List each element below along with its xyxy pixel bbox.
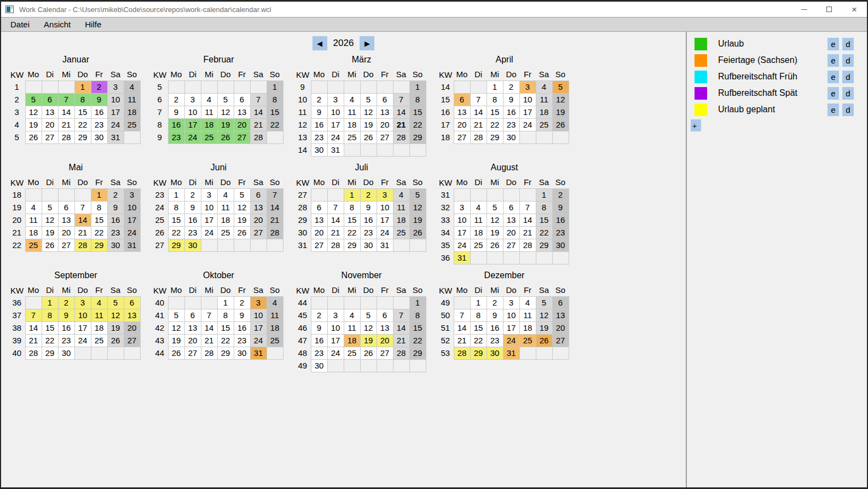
day-cell[interactable]: 30 (487, 347, 503, 359)
day-cell[interactable]: 15 (217, 321, 234, 334)
day-cell[interactable]: 4 (201, 93, 217, 106)
day-cell[interactable]: 25 (91, 334, 107, 347)
day-cell[interactable]: 30 (91, 131, 107, 143)
day-cell[interactable]: 2 (91, 80, 107, 93)
day-cell[interactable]: 23 (91, 118, 107, 131)
day-cell[interactable]: 10 (454, 214, 470, 226)
day-cell[interactable]: 3 (503, 296, 519, 309)
day-cell[interactable]: 28 (327, 239, 344, 251)
day-cell[interactable]: 21 (267, 214, 283, 226)
day-cell[interactable]: 2 (311, 93, 327, 106)
day-cell[interactable]: 7 (393, 93, 409, 106)
day-cell[interactable]: 1 (470, 296, 487, 309)
day-cell[interactable]: 21 (327, 226, 344, 239)
day-cell[interactable]: 12 (360, 321, 377, 334)
day-cell[interactable]: 5 (25, 93, 42, 106)
day-cell[interactable]: 30 (311, 359, 327, 372)
day-cell[interactable]: 20 (552, 321, 569, 334)
day-cell[interactable]: 27 (377, 347, 393, 359)
day-cell[interactable]: 3 (327, 309, 344, 321)
day-cell[interactable]: 10 (519, 93, 536, 106)
day-cell[interactable]: 14 (327, 214, 344, 226)
day-cell[interactable]: 11 (470, 214, 487, 226)
day-cell[interactable]: 24 (107, 118, 124, 131)
day-cell[interactable]: 29 (74, 131, 91, 143)
day-cell[interactable]: 18 (25, 226, 42, 239)
day-cell[interactable]: 20 (311, 226, 327, 239)
day-cell[interactable]: 3 (519, 80, 536, 93)
delete-category-button[interactable]: d (842, 54, 854, 67)
day-cell[interactable]: 11 (344, 106, 360, 118)
day-cell[interactable]: 9 (184, 201, 201, 214)
day-cell[interactable]: 11 (91, 309, 107, 321)
day-cell[interactable]: 9 (107, 201, 124, 214)
day-cell[interactable]: 19 (217, 118, 234, 131)
day-cell[interactable]: 28 (250, 131, 267, 143)
day-cell[interactable]: 20 (377, 334, 393, 347)
day-cell[interactable]: 15 (344, 214, 360, 226)
day-cell[interactable]: 26 (42, 239, 58, 251)
day-cell[interactable]: 18 (267, 321, 283, 334)
day-cell[interactable]: 19 (25, 118, 42, 131)
day-cell[interactable]: 14 (393, 106, 409, 118)
category-color-swatch[interactable] (695, 87, 707, 100)
day-cell[interactable]: 20 (42, 118, 58, 131)
day-cell[interactable]: 9 (168, 106, 184, 118)
day-cell[interactable]: 6 (552, 296, 569, 309)
day-cell[interactable]: 13 (234, 106, 250, 118)
day-cell[interactable]: 17 (107, 106, 124, 118)
day-cell[interactable]: 27 (42, 131, 58, 143)
day-cell[interactable]: 9 (311, 106, 327, 118)
day-cell[interactable]: 10 (250, 309, 267, 321)
day-cell[interactable]: 14 (201, 321, 217, 334)
day-cell[interactable]: 20 (454, 118, 470, 131)
day-cell[interactable]: 8 (344, 201, 360, 214)
day-cell[interactable]: 26 (552, 118, 569, 131)
day-cell[interactable]: 28 (58, 131, 74, 143)
day-cell[interactable]: 16 (58, 321, 74, 334)
day-cell[interactable]: 8 (217, 309, 234, 321)
day-cell[interactable]: 19 (487, 226, 503, 239)
day-cell[interactable]: 14 (470, 106, 487, 118)
day-cell[interactable]: 8 (267, 93, 283, 106)
day-cell[interactable]: 27 (311, 239, 327, 251)
day-cell[interactable]: 8 (536, 201, 552, 214)
day-cell[interactable]: 17 (454, 226, 470, 239)
day-cell[interactable]: 15 (267, 106, 283, 118)
day-cell[interactable]: 21 (250, 118, 267, 131)
delete-category-button[interactable]: d (842, 38, 854, 50)
day-cell[interactable]: 22 (42, 334, 58, 347)
day-cell[interactable]: 11 (536, 93, 552, 106)
day-cell[interactable]: 28 (470, 131, 487, 143)
day-cell[interactable]: 6 (234, 93, 250, 106)
day-cell[interactable]: 3 (74, 296, 91, 309)
day-cell[interactable]: 24 (201, 226, 217, 239)
day-cell[interactable]: 29 (42, 347, 58, 359)
day-cell[interactable]: 7 (470, 93, 487, 106)
day-cell[interactable]: 14 (58, 106, 74, 118)
day-cell[interactable]: 12 (487, 214, 503, 226)
day-cell[interactable]: 9 (552, 201, 569, 214)
day-cell[interactable]: 17 (327, 118, 344, 131)
day-cell[interactable]: 6 (503, 201, 519, 214)
day-cell[interactable]: 9 (487, 309, 503, 321)
day-cell[interactable]: 24 (454, 239, 470, 251)
day-cell[interactable]: 11 (201, 106, 217, 118)
day-cell[interactable]: 18 (393, 214, 409, 226)
day-cell[interactable]: 26 (25, 131, 42, 143)
day-cell[interactable]: 15 (409, 106, 426, 118)
day-cell[interactable]: 4 (124, 80, 140, 93)
day-cell[interactable]: 1 (91, 188, 107, 201)
edit-category-button[interactable]: e (828, 103, 839, 116)
day-cell[interactable]: 8 (409, 93, 426, 106)
minimize-button[interactable] (791, 2, 817, 17)
day-cell[interactable]: 27 (58, 239, 74, 251)
day-cell[interactable]: 7 (201, 309, 217, 321)
day-cell[interactable]: 24 (503, 334, 519, 347)
day-cell[interactable]: 21 (454, 334, 470, 347)
day-cell[interactable]: 3 (124, 188, 140, 201)
day-cell[interactable]: 16 (487, 321, 503, 334)
day-cell[interactable]: 21 (519, 226, 536, 239)
day-cell[interactable]: 10 (327, 106, 344, 118)
close-button[interactable]: × (842, 2, 867, 17)
